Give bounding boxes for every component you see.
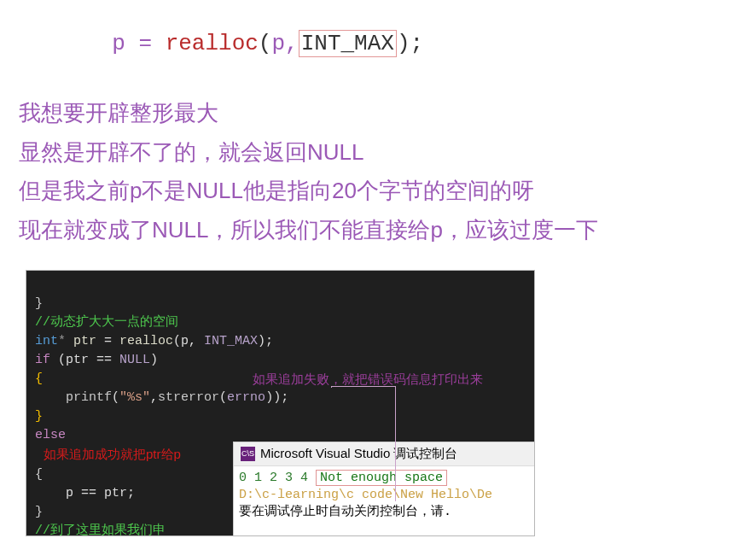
console-title-text: Microsoft Visual Studio 调试控制台 — [260, 446, 457, 462]
ide-comment-2: //到了这里如果我们申 — [35, 524, 166, 536]
purple-annotation: 如果追加失败，就把错误码信息打印出来 — [253, 372, 483, 388]
fn-realloc: realloc — [166, 31, 259, 56]
var-p: p — [112, 31, 125, 56]
expl-line-3: 但是我之前p不是NULL他是指向20个字节的空间的呀 — [19, 173, 737, 209]
console-output-line-3: 要在调试停止时自动关闭控制台，请. — [239, 504, 530, 521]
debug-console-window: C\S Microsoft Visual Studio 调试控制台 0 1 2 … — [233, 442, 535, 536]
console-titlebar: C\S Microsoft Visual Studio 调试控制台 — [234, 442, 535, 466]
top-code-line: p = realloc(p,INT_MAX); — [85, 5, 756, 56]
vs-icon: C\S — [241, 447, 255, 461]
red-annotation: 如果追加成功就把ptr给p — [44, 447, 181, 461]
console-output-line-2: D:\c-learning\c code\New Hello\De — [239, 487, 530, 504]
expl-line-1: 我想要开辟整形最大 — [19, 96, 737, 132]
ide-comment-1: //动态扩大大一点的空间 — [35, 315, 178, 330]
ide-screenshot: } //动态扩大大一点的空间 int* ptr = realloc(p, INT… — [26, 270, 535, 536]
expl-line-4: 现在就变成了NULL，所以我们不能直接给p，应该过度一下 — [19, 213, 737, 249]
explanation-block: 我想要开辟整形最大 显然是开辟不了的，就会返回NULL 但是我之前p不是NULL… — [19, 96, 737, 248]
expl-line-2: 显然是开辟不了的，就会返回NULL — [19, 135, 737, 171]
error-box: Not enough space — [316, 470, 447, 486]
boxed-int-max: INT_MAX — [299, 30, 397, 57]
console-body: 0 1 2 3 4 Not enough space D:\c-learning… — [234, 466, 535, 524]
callout-line-vertical — [395, 386, 396, 501]
console-output-line-1: 0 1 2 3 4 Not enough space — [239, 470, 530, 487]
